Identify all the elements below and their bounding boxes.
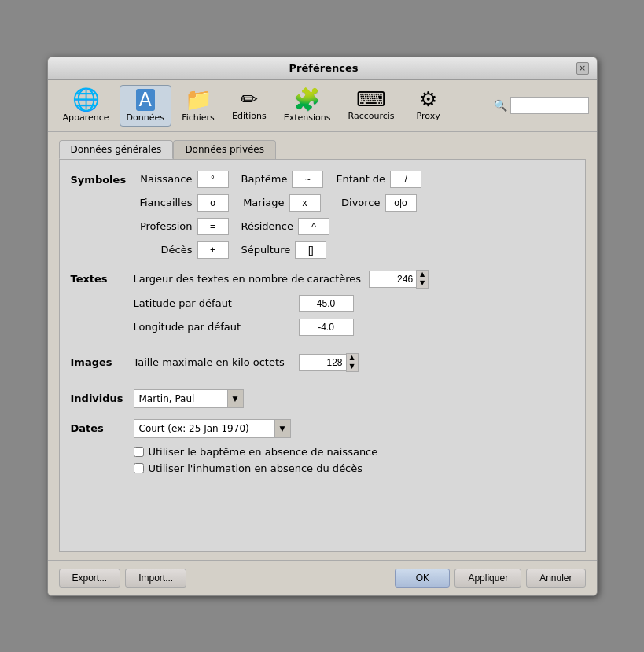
tab-privees[interactable]: Données privées xyxy=(173,140,276,159)
taille-spinbox-down[interactable]: ▼ xyxy=(347,363,358,371)
footer: Export... Import... OK Appliquer Annuler xyxy=(48,560,597,595)
checkbox-inhumation[interactable] xyxy=(134,463,144,473)
profession-label: Profession xyxy=(134,220,193,232)
export-button[interactable]: Export... xyxy=(59,569,121,588)
apparence-icon: 🌐 xyxy=(72,89,100,111)
textes-longitude-row: Longitude par défaut xyxy=(134,319,574,336)
images-label: Images xyxy=(71,353,134,368)
section-symboles: Symboles Naissance Baptême Enfan xyxy=(71,171,574,259)
toolbar-label-apparence: Apparence xyxy=(63,112,109,123)
textes-content: Largeur des textes en nombre de caractèr… xyxy=(134,270,574,342)
toolbar-label-proxy: Proxy xyxy=(417,111,440,121)
donnees-icon: A xyxy=(136,89,155,111)
symbol-row-3: Profession Résidence xyxy=(134,218,574,235)
mariage-input[interactable] xyxy=(289,194,321,212)
annuler-button[interactable]: Annuler xyxy=(526,569,585,588)
toolbar-item-extensions[interactable]: 🧩 Extensions xyxy=(277,85,338,127)
naissance-input[interactable] xyxy=(197,171,229,188)
toolbar-item-editions[interactable]: ✏️ Editions xyxy=(225,85,274,127)
main-content: Données générales Données privées Symbol… xyxy=(48,132,597,560)
section-textes: Textes Largeur des textes en nombre de c… xyxy=(71,270,574,342)
largeur-input[interactable] xyxy=(369,271,416,288)
taille-label: Taille maximale en kilo octets xyxy=(134,356,291,368)
dates-label: Dates xyxy=(71,419,134,434)
appliquer-button[interactable]: Appliquer xyxy=(454,569,521,588)
symbol-item-deces: Décès xyxy=(134,241,229,259)
taille-spinbox-up[interactable]: ▲ xyxy=(347,354,358,363)
section-images: Images Taille maximale en kilo octets ▲ … xyxy=(71,353,574,378)
individus-dropdown[interactable]: Martin, Paul ▼ xyxy=(134,389,244,408)
symbol-item-mariage: Mariage xyxy=(241,194,321,212)
profession-input[interactable] xyxy=(197,218,229,235)
largeur-spinbox: ▲ ▼ xyxy=(369,270,429,289)
divorce-label: Divorce xyxy=(333,197,381,208)
spinbox-down[interactable]: ▼ xyxy=(417,279,428,288)
checkbox-row-2: Utiliser l'inhumation en absence du décè… xyxy=(134,462,574,474)
individus-value: Martin, Paul xyxy=(134,393,227,404)
latitude-input[interactable] xyxy=(299,295,354,312)
longitude-label: Longitude par défaut xyxy=(134,321,291,333)
naissance-label: Naissance xyxy=(134,173,193,185)
checkbox-bapteme[interactable] xyxy=(134,447,144,457)
raccourcis-icon: ⌨ xyxy=(356,89,386,109)
tab-content: Symboles Naissance Baptême Enfan xyxy=(59,159,586,552)
toolbar-item-apparence[interactable]: 🌐 Apparence xyxy=(56,85,116,127)
toolbar-label-raccourcis: Raccourcis xyxy=(348,111,395,121)
spinbox-up[interactable]: ▲ xyxy=(417,271,428,279)
toolbar: 🌐 Apparence A Données 📁 Fichiers ✏️ Edit… xyxy=(48,80,597,132)
toolbar-item-raccourcis[interactable]: ⌨ Raccourcis xyxy=(341,85,402,127)
symbol-row-1: Naissance Baptême Enfant de xyxy=(134,171,574,188)
deces-label: Décès xyxy=(134,244,193,256)
symbol-item-divorce: Divorce xyxy=(333,194,417,212)
individus-arrow[interactable]: ▼ xyxy=(227,390,243,407)
footer-right: OK Appliquer Annuler xyxy=(395,569,585,588)
textes-latitude-row: Latitude par défaut xyxy=(134,295,574,312)
ok-button[interactable]: OK xyxy=(395,569,450,588)
bapteme-input[interactable] xyxy=(292,171,323,188)
symboles-label: Symboles xyxy=(71,171,134,186)
taille-input[interactable] xyxy=(299,354,346,371)
symbol-row-4: Décès Sépulture xyxy=(134,241,574,259)
individus-label: Individus xyxy=(71,389,134,404)
residence-input[interactable] xyxy=(298,218,329,235)
deces-input[interactable] xyxy=(197,241,229,259)
divorce-input[interactable] xyxy=(385,194,417,212)
symbol-item-sepulture: Sépulture xyxy=(241,241,327,259)
toolbar-item-fichiers[interactable]: 📁 Fichiers xyxy=(175,85,222,127)
section-individus: Individus Martin, Paul ▼ xyxy=(71,389,574,408)
toolbar-label-editions: Editions xyxy=(232,111,267,121)
symbol-item-naissance: Naissance xyxy=(134,171,229,188)
close-button[interactable]: × xyxy=(576,62,589,75)
individus-content: Martin, Paul ▼ xyxy=(134,389,574,408)
tab-generales[interactable]: Données générales xyxy=(59,140,174,159)
fiancailles-input[interactable] xyxy=(197,194,229,212)
sepulture-input[interactable] xyxy=(295,241,326,259)
longitude-input[interactable] xyxy=(299,319,354,336)
symbol-item-enfant: Enfant de xyxy=(336,171,421,188)
fichiers-icon: 📁 xyxy=(185,89,212,111)
sepulture-label: Sépulture xyxy=(241,244,291,256)
latitude-label: Latitude par défaut xyxy=(134,297,291,309)
symbol-row-2: Fiançailles Mariage Divorce xyxy=(134,194,574,212)
titlebar: Préférences × xyxy=(48,57,597,80)
extensions-icon: 🧩 xyxy=(293,89,321,111)
checkbox-bapteme-label: Utiliser le baptême en absence de naissa… xyxy=(149,446,378,458)
preferences-dialog: Préférences × 🌐 Apparence A Données 📁 Fi… xyxy=(47,57,598,596)
dates-dropdown[interactable]: Court (ex: 25 Jan 1970) ▼ xyxy=(134,419,291,438)
symboles-content: Naissance Baptême Enfant de xyxy=(134,171,574,259)
footer-left: Export... Import... xyxy=(59,569,187,588)
toolbar-item-proxy[interactable]: ⚙ Proxy xyxy=(405,85,452,127)
import-button[interactable]: Import... xyxy=(125,569,186,588)
images-taille-row: Taille maximale en kilo octets ▲ ▼ xyxy=(134,353,574,372)
toolbar-items: 🌐 Apparence A Données 📁 Fichiers ✏️ Edit… xyxy=(56,85,492,127)
dates-arrow[interactable]: ▼ xyxy=(274,420,290,437)
enfant-label: Enfant de xyxy=(336,173,385,185)
toolbar-item-donnees[interactable]: A Données xyxy=(120,85,171,127)
tabs: Données générales Données privées xyxy=(59,140,586,159)
symbol-item-bapteme: Baptême xyxy=(241,171,324,188)
largeur-label: Largeur des textes en nombre de caractèr… xyxy=(134,273,362,285)
section-dates: Dates Court (ex: 25 Jan 1970) ▼ Utiliser… xyxy=(71,419,574,479)
search-input[interactable] xyxy=(510,97,589,114)
enfant-input[interactable] xyxy=(390,171,421,188)
bapteme-label: Baptême xyxy=(241,173,288,185)
